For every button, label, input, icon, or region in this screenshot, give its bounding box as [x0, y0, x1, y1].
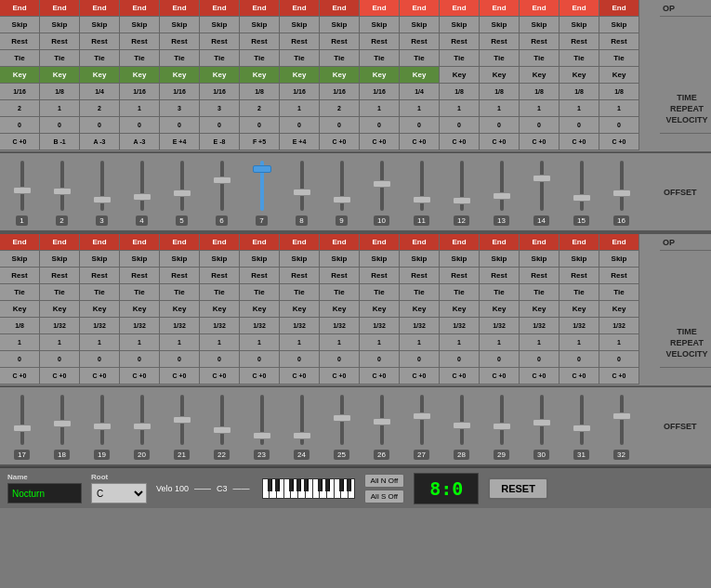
slider-thumb-25[interactable]: [333, 414, 351, 422]
reset-button[interactable]: RESET: [488, 477, 548, 500]
time-cell-6[interactable]: 1/8: [240, 84, 280, 100]
slider-thumb-32[interactable]: [612, 412, 631, 420]
key-cell-6[interactable]: Key: [240, 67, 280, 84]
key-cell-12[interactable]: Key: [480, 301, 520, 318]
end-cell-10[interactable]: End: [400, 0, 440, 17]
time-cell-10[interactable]: 1/4: [400, 84, 440, 100]
tie-cell-15[interactable]: Tie: [599, 50, 639, 67]
end-cell-9[interactable]: End: [360, 0, 400, 17]
repeat-cell-15[interactable]: 1: [599, 334, 639, 351]
key-cell-5[interactable]: Key: [200, 301, 240, 318]
repeat-cell-11[interactable]: 1: [440, 334, 480, 351]
time-cell-3[interactable]: 1/16: [120, 84, 160, 100]
tie-cell-9[interactable]: Tie: [360, 50, 400, 67]
skip-cell-6[interactable]: Skip: [240, 251, 280, 268]
slider-thumb-21[interactable]: [173, 416, 191, 424]
key-cell-2[interactable]: Key: [80, 67, 120, 84]
key-cell-15[interactable]: Key: [599, 67, 639, 84]
repeat-cell-2[interactable]: 2: [80, 100, 120, 117]
end-cell-8[interactable]: End: [320, 234, 360, 251]
slider-thumb-28[interactable]: [453, 422, 471, 429]
rest-cell-2[interactable]: Rest: [80, 33, 120, 50]
skip-cell-1[interactable]: Skip: [40, 251, 80, 268]
slider-thumb-4[interactable]: [133, 193, 151, 201]
piano-key-8[interactable]: [296, 479, 301, 491]
time-cell-5[interactable]: 1/16: [200, 84, 240, 100]
rest-cell-3[interactable]: Rest: [120, 268, 160, 284]
key-cell-11[interactable]: Key: [440, 301, 480, 318]
end-cell-3[interactable]: End: [120, 0, 160, 17]
time-cell-14[interactable]: 1/32: [560, 318, 599, 334]
tie-cell-8[interactable]: Tie: [320, 50, 360, 67]
slider-thumb-31[interactable]: [573, 425, 591, 432]
slider-thumb-17[interactable]: [13, 425, 32, 432]
end-cell-0[interactable]: End: [0, 0, 40, 17]
skip-cell-7[interactable]: Skip: [280, 17, 320, 33]
key-cell-4[interactable]: Key: [160, 67, 200, 84]
piano-key-1[interactable]: [268, 479, 272, 491]
tie-cell-14[interactable]: Tie: [560, 284, 599, 301]
rest-cell-10[interactable]: Rest: [400, 33, 440, 50]
repeat-cell-6[interactable]: 1: [240, 334, 280, 351]
skip-cell-5[interactable]: Skip: [200, 251, 240, 268]
slider-thumb-26[interactable]: [373, 418, 391, 425]
tie-cell-13[interactable]: Tie: [520, 50, 560, 67]
slider-thumb-29[interactable]: [493, 423, 511, 430]
key-cell-6[interactable]: Key: [240, 301, 280, 318]
tie-cell-15[interactable]: Tie: [599, 284, 639, 301]
tie-cell-8[interactable]: Tie: [320, 284, 360, 301]
key-cell-13[interactable]: Key: [520, 301, 560, 318]
piano-key-6[interactable]: [289, 479, 294, 491]
repeat-cell-4[interactable]: 1: [160, 334, 200, 351]
skip-cell-5[interactable]: Skip: [200, 17, 240, 33]
end-cell-13[interactable]: End: [520, 0, 560, 17]
time-cell-11[interactable]: 1/32: [440, 318, 480, 334]
repeat-cell-14[interactable]: 1: [560, 334, 599, 351]
repeat-cell-13[interactable]: 1: [520, 334, 560, 351]
slider-thumb-10[interactable]: [373, 180, 391, 188]
tie-cell-10[interactable]: Tie: [400, 284, 440, 301]
repeat-cell-13[interactable]: 1: [520, 100, 560, 117]
skip-cell-1[interactable]: Skip: [40, 17, 80, 33]
slider-thumb-15[interactable]: [573, 194, 591, 202]
end-cell-12[interactable]: End: [480, 234, 520, 251]
rest-cell-7[interactable]: Rest: [280, 33, 320, 50]
piano-key-3[interactable]: [275, 479, 280, 491]
rest-cell-4[interactable]: Rest: [160, 268, 200, 284]
time-cell-14[interactable]: 1/8: [560, 84, 599, 100]
skip-cell-0[interactable]: Skip: [0, 251, 40, 268]
rest-cell-9[interactable]: Rest: [360, 268, 400, 284]
rest-cell-0[interactable]: Rest: [0, 268, 40, 284]
key-cell-10[interactable]: Key: [400, 301, 440, 318]
skip-cell-12[interactable]: Skip: [480, 17, 520, 33]
skip-cell-3[interactable]: Skip: [120, 17, 160, 33]
slider-thumb-2[interactable]: [53, 188, 72, 195]
rest-cell-6[interactable]: Rest: [240, 268, 280, 284]
skip-cell-6[interactable]: Skip: [240, 17, 280, 33]
slider-thumb-8[interactable]: [293, 189, 311, 196]
rest-cell-11[interactable]: Rest: [440, 268, 480, 284]
key-cell-9[interactable]: Key: [360, 67, 400, 84]
slider-thumb-3[interactable]: [93, 196, 112, 203]
rest-cell-4[interactable]: Rest: [160, 33, 200, 50]
rest-cell-0[interactable]: Rest: [0, 33, 40, 50]
repeat-cell-12[interactable]: 1: [480, 334, 520, 351]
tie-cell-2[interactable]: Tie: [80, 50, 120, 67]
slider-thumb-14[interactable]: [533, 175, 551, 182]
skip-cell-0[interactable]: Skip: [0, 17, 40, 33]
end-cell-3[interactable]: End: [120, 234, 160, 251]
key-cell-15[interactable]: Key: [599, 301, 639, 318]
rest-cell-14[interactable]: Rest: [560, 268, 599, 284]
skip-cell-11[interactable]: Skip: [440, 17, 480, 33]
key-cell-0[interactable]: Key: [0, 301, 40, 318]
repeat-cell-1[interactable]: 1: [40, 334, 80, 351]
skip-cell-9[interactable]: Skip: [360, 17, 400, 33]
time-cell-7[interactable]: 1/32: [280, 318, 320, 334]
end-cell-13[interactable]: End: [520, 234, 560, 251]
name-input[interactable]: [7, 483, 82, 503]
rest-cell-5[interactable]: Rest: [200, 268, 240, 284]
time-cell-6[interactable]: 1/32: [240, 318, 280, 334]
time-cell-9[interactable]: 1/32: [360, 318, 400, 334]
key-cell-8[interactable]: Key: [320, 67, 360, 84]
end-cell-11[interactable]: End: [440, 0, 480, 17]
